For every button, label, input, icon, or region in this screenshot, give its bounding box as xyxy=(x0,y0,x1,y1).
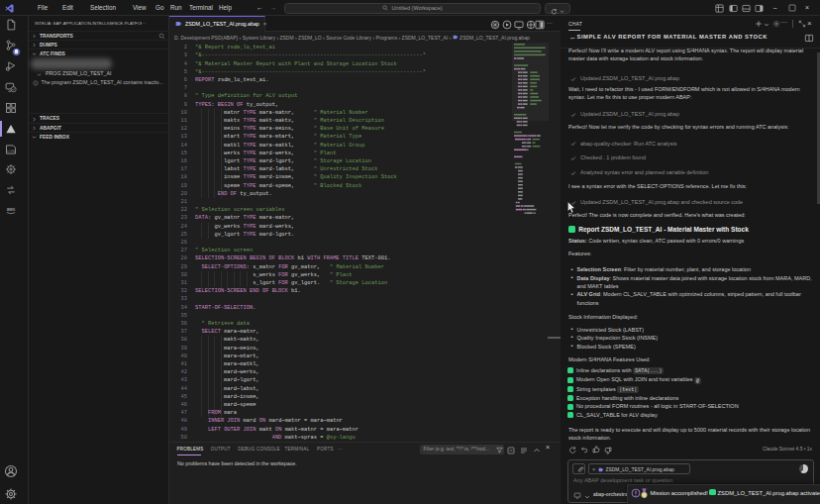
svg-text:LOG: LOG xyxy=(7,150,15,153)
svg-text:aws: aws xyxy=(6,207,15,212)
